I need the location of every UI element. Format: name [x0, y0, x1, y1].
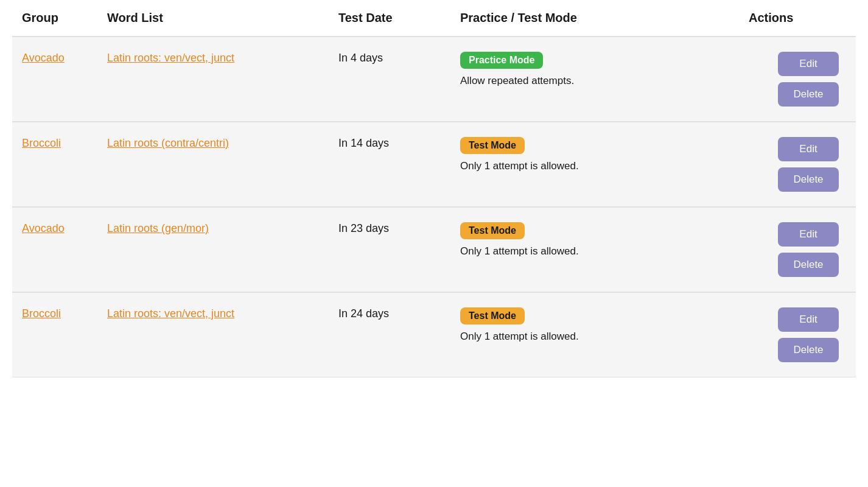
- delete-button-1[interactable]: Delete: [778, 167, 839, 192]
- cell-word-list-0: Latin roots: ven/vect, junct: [107, 52, 338, 65]
- mode-description-2: Only 1 attempt is allowed.: [460, 244, 579, 259]
- assignments-table: Group Word List Test Date Practice / Tes…: [0, 0, 868, 487]
- mode-badge-3: Test Mode: [460, 307, 525, 324]
- edit-button-0[interactable]: Edit: [778, 52, 839, 76]
- cell-actions-2: Edit Delete: [749, 222, 846, 277]
- group-link-0[interactable]: Avocado: [22, 52, 65, 65]
- cell-group-0: Avocado: [22, 52, 107, 65]
- cell-actions-0: Edit Delete: [749, 52, 846, 107]
- edit-button-2[interactable]: Edit: [778, 222, 839, 247]
- table-row: Broccoli Latin roots (contra/centri) In …: [12, 122, 856, 208]
- cell-mode-0: Practice Mode Allow repeated attempts.: [460, 52, 749, 88]
- edit-button-3[interactable]: Edit: [778, 307, 839, 332]
- cell-group-1: Broccoli: [22, 137, 107, 150]
- test-date-0: In 4 days: [338, 52, 383, 65]
- mode-badge-2: Test Mode: [460, 222, 525, 239]
- cell-mode-3: Test Mode Only 1 attempt is allowed.: [460, 307, 749, 344]
- mode-description-3: Only 1 attempt is allowed.: [460, 329, 579, 344]
- cell-mode-1: Test Mode Only 1 attempt is allowed.: [460, 137, 749, 173]
- mode-badge-0: Practice Mode: [460, 52, 543, 69]
- cell-actions-1: Edit Delete: [749, 137, 846, 192]
- group-link-2[interactable]: Avocado: [22, 222, 65, 235]
- cell-test-date-2: In 23 days: [338, 222, 460, 235]
- delete-button-2[interactable]: Delete: [778, 253, 839, 277]
- edit-button-1[interactable]: Edit: [778, 137, 839, 161]
- table-row: Avocado Latin roots: ven/vect, junct In …: [12, 37, 856, 122]
- group-link-3[interactable]: Broccoli: [22, 307, 61, 320]
- cell-test-date-0: In 4 days: [338, 52, 460, 65]
- header-word-list: Word List: [107, 11, 338, 25]
- word-list-link-1[interactable]: Latin roots (contra/centri): [107, 137, 229, 150]
- table-header: Group Word List Test Date Practice / Tes…: [12, 0, 856, 37]
- header-group: Group: [22, 11, 107, 25]
- cell-test-date-1: In 14 days: [338, 137, 460, 150]
- header-actions: Actions: [749, 11, 846, 25]
- test-date-3: In 24 days: [338, 307, 389, 320]
- cell-word-list-2: Latin roots (gen/mor): [107, 222, 338, 235]
- mode-description-1: Only 1 attempt is allowed.: [460, 159, 579, 173]
- delete-button-0[interactable]: Delete: [778, 82, 839, 107]
- cell-word-list-3: Latin roots: ven/vect, junct: [107, 307, 338, 320]
- cell-actions-3: Edit Delete: [749, 307, 846, 362]
- cell-mode-2: Test Mode Only 1 attempt is allowed.: [460, 222, 749, 259]
- test-date-2: In 23 days: [338, 222, 389, 235]
- cell-group-2: Avocado: [22, 222, 107, 235]
- header-practice-test-mode: Practice / Test Mode: [460, 11, 749, 25]
- mode-description-0: Allow repeated attempts.: [460, 74, 574, 88]
- test-date-1: In 14 days: [338, 137, 389, 150]
- table-row: Broccoli Latin roots: ven/vect, junct In…: [12, 293, 856, 377]
- table-row: Avocado Latin roots (gen/mor) In 23 days…: [12, 208, 856, 293]
- cell-group-3: Broccoli: [22, 307, 107, 320]
- group-link-1[interactable]: Broccoli: [22, 137, 61, 150]
- word-list-link-3[interactable]: Latin roots: ven/vect, junct: [107, 307, 234, 320]
- cell-word-list-1: Latin roots (contra/centri): [107, 137, 338, 150]
- header-test-date: Test Date: [338, 11, 460, 25]
- mode-badge-1: Test Mode: [460, 137, 525, 154]
- delete-button-3[interactable]: Delete: [778, 338, 839, 362]
- cell-test-date-3: In 24 days: [338, 307, 460, 320]
- word-list-link-2[interactable]: Latin roots (gen/mor): [107, 222, 209, 235]
- word-list-link-0[interactable]: Latin roots: ven/vect, junct: [107, 52, 234, 65]
